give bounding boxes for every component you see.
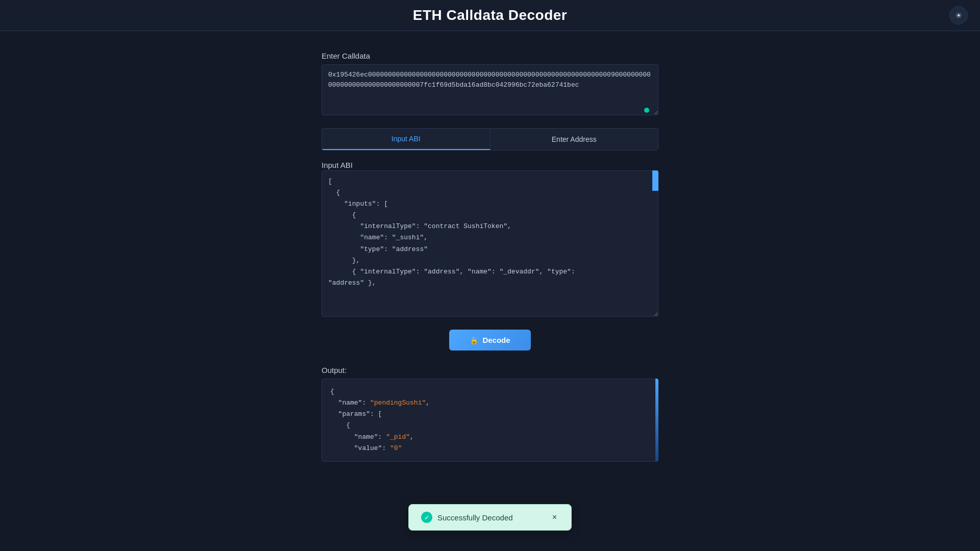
output-box: { "name": "pendingSushi", "params": [ { … — [322, 379, 658, 462]
abi-wrapper: [ { "inputs": [ { "internalType": <span … — [322, 170, 658, 319]
decode-button-label: Decode — [482, 336, 510, 344]
abi-input[interactable]: [ { "inputs": [ { "internalType": <span … — [322, 170, 658, 317]
abi-label: Input ABI — [322, 161, 353, 169]
lock-icon: 🔒 — [470, 336, 478, 344]
calldata-label: Enter Calldata — [322, 52, 370, 60]
calldata-dot-indicator — [644, 108, 649, 113]
output-section: Output: { "name": "pendingSushi", "param… — [322, 366, 658, 462]
tab-input-abi[interactable]: Input ABI — [322, 129, 490, 150]
toast-check-icon: ✓ — [421, 512, 432, 523]
output-side-bar — [655, 379, 658, 462]
success-toast: ✓ Successfully Decoded × — [408, 504, 572, 531]
abi-section: Input ABI [ { "inputs": [ { "internalTyp… — [322, 161, 658, 319]
abi-blue-indicator — [652, 170, 658, 191]
toast-left: ✓ Successfully Decoded — [421, 512, 513, 523]
output-wrapper: { "name": "pendingSushi", "params": [ { … — [322, 379, 658, 462]
sun-icon: ☀ — [955, 11, 962, 20]
toast-close-button[interactable]: × — [550, 513, 559, 522]
calldata-wrapper: 0x195426ec000000000000000000000000000000… — [322, 64, 658, 118]
calldata-input[interactable]: 0x195426ec000000000000000000000000000000… — [322, 64, 658, 115]
tab-enter-address[interactable]: Enter Address — [491, 129, 658, 150]
toast-message: Successfully Decoded — [437, 513, 513, 522]
theme-toggle-button[interactable]: ☀ — [949, 6, 968, 24]
app-header: ETH Calldata Decoder ☀ — [0, 0, 980, 31]
tab-bar: Input ABI Enter Address — [322, 128, 658, 151]
output-label: Output: — [322, 366, 658, 374]
decode-button[interactable]: 🔒 Decode — [449, 330, 530, 350]
page-title: ETH Calldata Decoder — [413, 7, 568, 23]
